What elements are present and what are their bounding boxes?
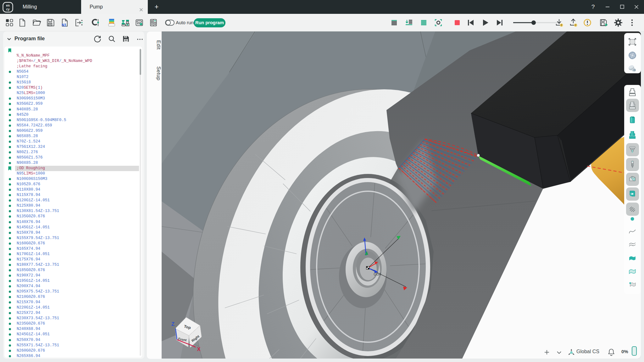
svg-text:!: !: [561, 24, 562, 27]
svg-text:!: !: [575, 24, 576, 27]
svg-text:Z: Z: [171, 321, 175, 327]
svg-text:N1: N1: [62, 23, 67, 27]
svg-text:cy: cy: [6, 8, 10, 11]
svg-text:G54: G54: [374, 272, 381, 276]
svg-text:en: en: [6, 4, 10, 7]
svg-text:X: X: [197, 347, 201, 352]
